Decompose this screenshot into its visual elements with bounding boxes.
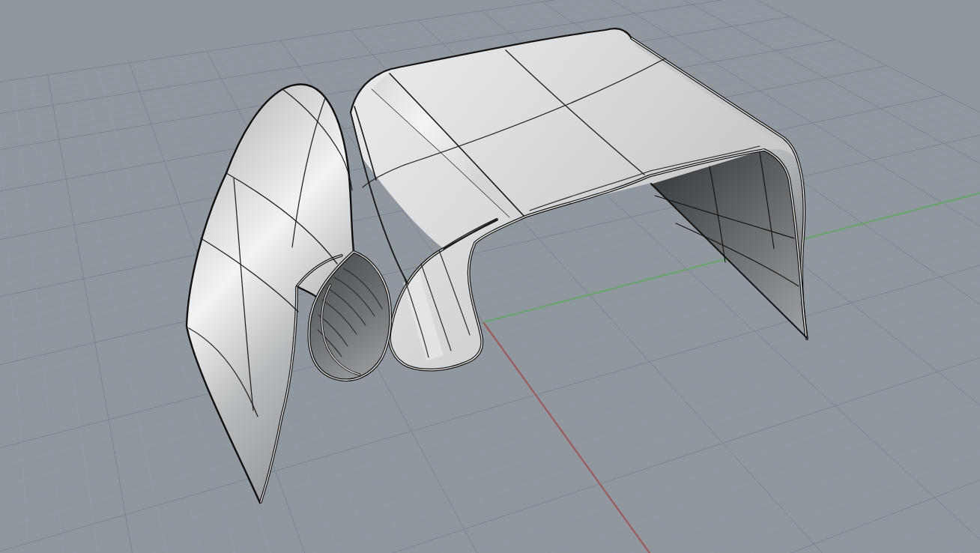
perspective-3d-viewport[interactable] xyxy=(0,0,980,553)
viewport-canvas[interactable] xyxy=(0,0,980,553)
